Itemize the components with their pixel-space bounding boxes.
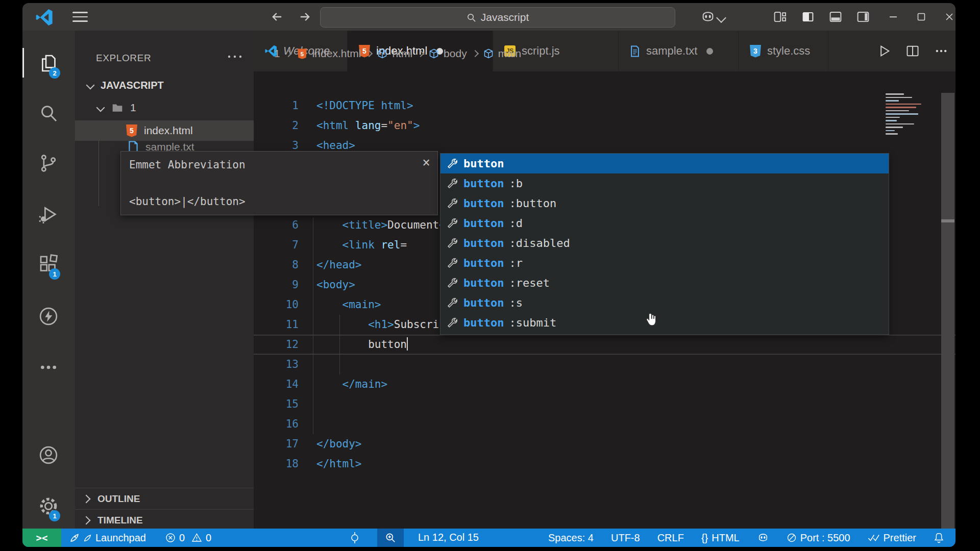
breadcrumb-main[interactable]: main bbox=[498, 47, 522, 60]
tree-indent-guide bbox=[99, 140, 99, 206]
timeline-label: TIMELINE bbox=[97, 515, 143, 526]
chevron-right-icon bbox=[82, 516, 91, 525]
double-check-icon bbox=[868, 533, 880, 542]
source-control-icon[interactable] bbox=[38, 153, 59, 173]
language-item[interactable]: {} HTML bbox=[701, 532, 740, 544]
breadcrumb-html[interactable]: html bbox=[392, 47, 412, 60]
intellisense-popup: button button:b button:button button:d b… bbox=[440, 153, 889, 335]
suggestion-button-disabled[interactable]: button:disabled bbox=[440, 233, 889, 253]
more-views-icon[interactable] bbox=[38, 357, 59, 378]
back-arrow-icon[interactable] bbox=[270, 10, 284, 24]
close-button[interactable] bbox=[942, 9, 955, 24]
suggestion-button-d[interactable]: button:d bbox=[440, 213, 889, 233]
sidebar-item-folder-1[interactable]: 1 bbox=[75, 98, 254, 117]
sidebar-item-partial-file[interactable]: sample.txt bbox=[75, 141, 254, 151]
launchpad-item[interactable]: Launchpad bbox=[69, 532, 146, 544]
tooltip-title: Emmet Abbreviation bbox=[129, 159, 246, 171]
sidebar-item-javascript-root[interactable]: JAVASCRIPT bbox=[75, 76, 254, 95]
warning-icon bbox=[191, 533, 202, 543]
error-count: 0 bbox=[179, 532, 185, 544]
active-view-indicator bbox=[22, 48, 24, 78]
copilot-status-icon[interactable] bbox=[757, 532, 769, 543]
run-debug-icon[interactable] bbox=[38, 204, 59, 224]
snippet-wrench-icon bbox=[447, 217, 458, 229]
explorer-badge: 2 bbox=[49, 67, 60, 79]
code-editor-top[interactable]: 1<!DOCTYPE html>2<html lang="en">3<head> bbox=[254, 96, 955, 156]
account-icon[interactable] bbox=[38, 445, 59, 465]
notifications-bell-icon[interactable] bbox=[934, 532, 944, 543]
rocket-icon bbox=[69, 533, 80, 543]
suggestion-button-r[interactable]: button:r bbox=[440, 253, 889, 273]
eol-item[interactable]: CRLF bbox=[657, 532, 684, 544]
copilot-chevron-icon[interactable] bbox=[716, 13, 726, 23]
sidebar-item-index-html[interactable]: 5 index.html bbox=[75, 120, 254, 141]
chevron-right-icon bbox=[472, 50, 479, 57]
suggestion-button-submit[interactable]: button:submit bbox=[440, 313, 889, 333]
port-slash-icon bbox=[787, 533, 797, 543]
chevron-down-icon bbox=[96, 104, 105, 112]
mouse-pointer-icon bbox=[644, 312, 659, 330]
minimize-button[interactable] bbox=[886, 9, 901, 24]
encoding-item[interactable]: UTF-8 bbox=[611, 532, 640, 544]
explorer-more-actions-icon[interactable] bbox=[226, 51, 243, 62]
command-center-search[interactable]: Javascript bbox=[320, 7, 675, 28]
language-label: HTML bbox=[712, 532, 739, 544]
toggle-secondary-sidebar-icon[interactable] bbox=[856, 10, 870, 23]
symbol-cube-icon bbox=[483, 48, 494, 59]
split-editor-icon[interactable] bbox=[905, 44, 920, 58]
breadcrumb-body[interactable]: body bbox=[444, 47, 467, 60]
file-label: index.html bbox=[144, 124, 193, 137]
menu-icon[interactable] bbox=[72, 12, 88, 22]
toggle-panel-icon[interactable] bbox=[829, 10, 842, 23]
timeline-section[interactable]: TIMELINE bbox=[75, 509, 254, 531]
copilot-icon[interactable] bbox=[700, 10, 716, 24]
symbol-cube-icon bbox=[377, 48, 387, 59]
outline-section[interactable]: OUTLINE bbox=[75, 488, 254, 510]
error-icon bbox=[165, 533, 176, 543]
chevron-right-icon bbox=[82, 495, 91, 504]
customize-layout-icon[interactable] bbox=[773, 10, 787, 23]
suggestion-button-b[interactable]: button:b bbox=[440, 173, 889, 193]
status-bar: >< Launchpad 0 0 Ln 12, Col 15 Spaces: 4… bbox=[22, 529, 955, 547]
thunder-client-icon[interactable] bbox=[38, 306, 59, 327]
extensions-badge: 1 bbox=[49, 268, 60, 280]
suggestion-button-reset[interactable]: button:reset bbox=[440, 273, 889, 293]
suggestion-button[interactable]: button bbox=[440, 154, 889, 173]
code-line: 12 button bbox=[254, 335, 955, 355]
suggestion-button-s[interactable]: button:s bbox=[440, 293, 889, 313]
partial-file-label: sample.txt bbox=[145, 141, 194, 151]
more-actions-icon[interactable] bbox=[934, 44, 948, 58]
code-line: 13 bbox=[254, 355, 955, 374]
chevron-down-icon bbox=[86, 81, 95, 90]
indentation-item[interactable]: Spaces: 4 bbox=[548, 532, 594, 544]
cursor-position[interactable]: Ln 12, Col 15 bbox=[418, 532, 479, 543]
close-icon[interactable]: × bbox=[422, 156, 430, 169]
code-line: 16 bbox=[254, 414, 955, 434]
port-label: Port : 5500 bbox=[800, 532, 850, 544]
minimap[interactable] bbox=[886, 91, 927, 140]
forward-arrow-icon[interactable] bbox=[298, 10, 312, 24]
search-view-icon[interactable] bbox=[38, 103, 59, 123]
folder-label: 1 bbox=[130, 102, 136, 114]
breadcrumb-file[interactable]: index.html bbox=[312, 47, 361, 60]
port-item[interactable]: Port : 5500 bbox=[787, 532, 850, 544]
symbol-cube-icon bbox=[429, 48, 439, 59]
outline-label: OUTLINE bbox=[97, 493, 140, 505]
breadcrumb-folder[interactable]: 1 bbox=[274, 47, 280, 60]
snippet-wrench-icon bbox=[447, 178, 458, 189]
rocket-icon bbox=[83, 534, 92, 542]
editor-scrollbar[interactable] bbox=[941, 93, 954, 529]
problems-item[interactable]: 0 0 bbox=[165, 532, 211, 544]
search-icon bbox=[467, 13, 476, 22]
emmet-abbreviation-tooltip: Emmet Abbreviation × <button>|</button> bbox=[120, 151, 438, 215]
screencast-icon[interactable] bbox=[349, 532, 360, 543]
remote-indicator[interactable]: >< bbox=[22, 529, 61, 547]
breadcrumb: 1 5 index.html html body main bbox=[274, 44, 887, 63]
toggle-sidebar-icon[interactable] bbox=[801, 10, 815, 23]
snippet-wrench-icon bbox=[447, 257, 458, 269]
maximize-button[interactable] bbox=[914, 9, 929, 24]
prettier-item[interactable]: Prettier bbox=[868, 532, 916, 544]
suggestion-button-button[interactable]: button:button bbox=[440, 193, 889, 213]
zoom-indicator[interactable] bbox=[377, 529, 404, 547]
snippet-wrench-icon bbox=[447, 237, 458, 249]
